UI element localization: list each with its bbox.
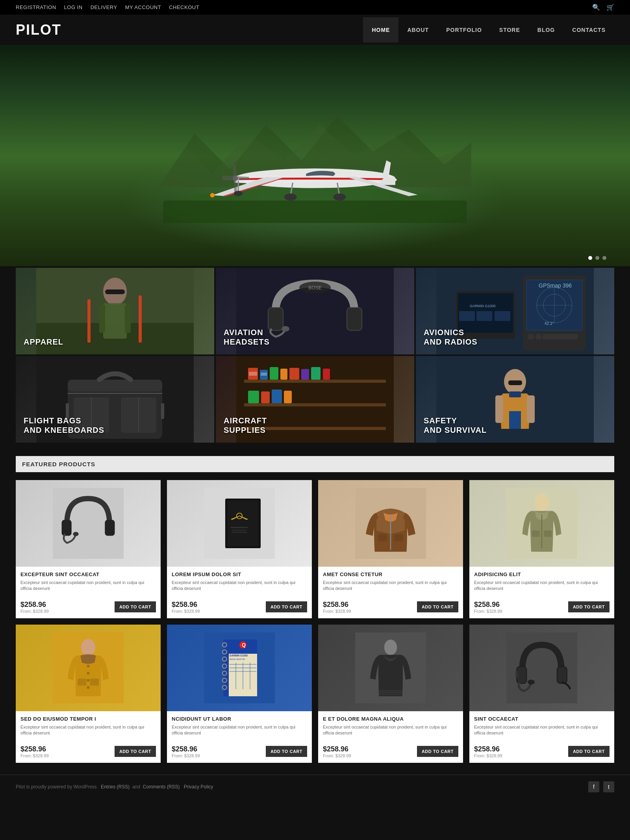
category-safety[interactable]: SAFETYAND SURVIVAL bbox=[416, 356, 614, 443]
hero-dot-1[interactable] bbox=[588, 256, 592, 260]
product-info-8: SINT OCCAECAT Excepteur sint occaecat cu… bbox=[469, 711, 614, 745]
topbar-login[interactable]: LOG IN bbox=[64, 4, 83, 10]
product-price-from-7: From: $328.99 bbox=[323, 753, 351, 758]
nav-store[interactable]: STORE bbox=[491, 17, 529, 43]
svg-rect-87 bbox=[62, 520, 72, 536]
svg-rect-52 bbox=[68, 380, 162, 391]
topbar-myaccount[interactable]: MY ACCOUNT bbox=[125, 4, 161, 10]
svg-rect-96 bbox=[232, 532, 247, 533]
svg-point-109 bbox=[87, 672, 89, 675]
category-aircraft[interactable]: AIRCRAFTSUPPLIES bbox=[216, 356, 414, 443]
svg-text:GARMIN G1000: GARMIN G1000 bbox=[470, 304, 496, 308]
topbar-delivery[interactable]: DELIVERY bbox=[91, 4, 117, 10]
add-to-cart-7[interactable]: ADD TO CART bbox=[417, 746, 458, 757]
svg-point-8 bbox=[284, 193, 297, 200]
footer-comments-rss[interactable]: Comments (RSS) bbox=[143, 784, 180, 790]
svg-rect-104 bbox=[532, 530, 540, 537]
product-image-1 bbox=[16, 480, 161, 567]
product-card-6: Q GARMIN G1000 WAAS INOP AFI NCIDIDUNT U… bbox=[167, 625, 312, 763]
svg-point-136 bbox=[384, 640, 397, 655]
svg-rect-74 bbox=[272, 389, 282, 403]
product-price-7: $258.96 From: $328.99 bbox=[323, 745, 351, 758]
svg-rect-69 bbox=[301, 369, 309, 380]
hero-dot-2[interactable] bbox=[595, 256, 599, 260]
hero-banner bbox=[0, 46, 630, 266]
category-apparel[interactable]: APPAREL bbox=[16, 268, 214, 354]
add-to-cart-5[interactable]: ADD TO CART bbox=[115, 746, 156, 757]
svg-rect-144 bbox=[558, 667, 567, 683]
svg-text:WAAS INOP AFI: WAAS INOP AFI bbox=[230, 658, 245, 660]
svg-rect-71 bbox=[323, 369, 330, 380]
product-image-7 bbox=[318, 625, 463, 711]
add-to-cart-3[interactable]: ADD TO CART bbox=[417, 601, 458, 612]
product-card-1: EXCEPTEUR SINT OCCAECAT Excepteur sint o… bbox=[16, 480, 161, 618]
products-grid: EXCEPTEUR SINT OCCAECAT Excepteur sint o… bbox=[16, 480, 614, 763]
category-headsets[interactable]: BOSE AVIATIONHEADSETS bbox=[216, 268, 414, 354]
chart-img: Q GARMIN G1000 WAAS INOP AFI bbox=[204, 632, 275, 703]
svg-rect-20 bbox=[125, 305, 131, 333]
svg-point-28 bbox=[282, 326, 289, 332]
product-desc-4: Excepteur sint occaecat cupidatat non pr… bbox=[474, 580, 610, 592]
top-bar: REGISTRATION LOG IN DELIVERY MY ACCOUNT … bbox=[0, 0, 630, 15]
featured-title: FEATURED PRODUCTS bbox=[22, 461, 608, 467]
svg-rect-75 bbox=[284, 391, 292, 403]
svg-point-13 bbox=[210, 193, 215, 197]
svg-text:GARMIN G1000: GARMIN G1000 bbox=[230, 654, 248, 657]
product-image-6: Q GARMIN G1000 WAAS INOP AFI bbox=[167, 625, 312, 711]
nav-contacts[interactable]: CONTACTS bbox=[563, 17, 614, 43]
product-title-1: EXCEPTEUR SINT OCCAECAT bbox=[20, 571, 156, 577]
cart-icon[interactable] bbox=[606, 3, 614, 11]
category-flightbags[interactable]: FLIGHT BAGSAND KNEEBOARDS bbox=[16, 356, 214, 443]
jacket-yellow-img bbox=[53, 632, 124, 703]
category-aircraft-label: AIRCRAFTSUPPLIES bbox=[224, 416, 267, 435]
product-title-3: AMET CONSE CTETUR bbox=[323, 571, 458, 577]
product-card-5: SED DO EIUSMOD TEMPOR I Excepteur sint o… bbox=[16, 625, 161, 763]
svg-text:GPSmap 396: GPSmap 396 bbox=[539, 282, 572, 289]
svg-rect-59 bbox=[161, 403, 164, 419]
product-desc-8: Excepteur sint occaecat cupidatat non pr… bbox=[474, 724, 610, 736]
footer-privacy[interactable]: Privacy Policy bbox=[184, 784, 213, 790]
svg-rect-61 bbox=[244, 380, 386, 383]
footer-entries-rss[interactable]: Entries (RSS) bbox=[101, 784, 130, 790]
product-price-from-3: From: $328.99 bbox=[323, 609, 351, 614]
svg-text:Q: Q bbox=[242, 642, 246, 648]
search-icon[interactable] bbox=[592, 3, 600, 11]
category-avionics[interactable]: GPSmap 396 42.1° GARMIN G1000 AVIONICSAN… bbox=[416, 268, 614, 354]
top-bar-links: REGISTRATION LOG IN DELIVERY MY ACCOUNT … bbox=[16, 4, 199, 10]
main-nav: PILOT HOME ABOUT PORTFOLIO STORE BLOG CO… bbox=[0, 15, 630, 46]
svg-rect-100 bbox=[394, 534, 403, 541]
product-title-7: E ET DOLORE MAGNA ALIQUA bbox=[323, 716, 458, 722]
add-to-cart-8[interactable]: ADD TO CART bbox=[568, 746, 610, 757]
product-desc-1: Excepteur sint occaecat cupidatat non pr… bbox=[20, 580, 156, 592]
site-logo[interactable]: PILOT bbox=[16, 15, 61, 45]
add-to-cart-6[interactable]: ADD TO CART bbox=[266, 746, 307, 757]
product-price-main-2: $258.96 bbox=[172, 601, 200, 609]
svg-rect-66 bbox=[270, 367, 278, 380]
product-price-3: $258.96 From: $328.99 bbox=[323, 601, 351, 614]
topbar-checkout[interactable]: CHECKOUT bbox=[169, 4, 199, 10]
nav-about[interactable]: ABOUT bbox=[398, 17, 437, 43]
svg-rect-47 bbox=[459, 311, 475, 321]
add-to-cart-2[interactable]: ADD TO CART bbox=[266, 601, 307, 612]
svg-rect-72 bbox=[248, 391, 259, 403]
product-footer-8: $258.96 From: $328.99 ADD TO CART bbox=[469, 745, 614, 763]
product-image-8 bbox=[469, 625, 614, 711]
plane-svg bbox=[158, 89, 472, 223]
add-to-cart-4[interactable]: ADD TO CART bbox=[568, 601, 610, 612]
product-desc-7: Excepteur sint occaecat cupidatat non pr… bbox=[323, 724, 458, 736]
nav-home[interactable]: HOME bbox=[363, 17, 398, 43]
nav-portfolio[interactable]: PORTFOLIO bbox=[437, 17, 491, 43]
footer-social: f t bbox=[588, 781, 614, 792]
product-title-4: ADIPISICING ELIT bbox=[474, 571, 610, 577]
add-to-cart-1[interactable]: ADD TO CART bbox=[115, 601, 156, 612]
product-footer-6: $258.96 From: $328.99 ADD TO CART bbox=[167, 745, 312, 763]
product-price-main-5: $258.96 bbox=[20, 745, 49, 753]
product-info-3: AMET CONSE CTETUR Excepteur sint occaeca… bbox=[318, 567, 463, 601]
svg-rect-21 bbox=[87, 299, 91, 343]
topbar-registration[interactable]: REGISTRATION bbox=[16, 4, 56, 10]
logbook-img bbox=[204, 488, 275, 559]
nav-blog[interactable]: BLOG bbox=[529, 17, 563, 43]
facebook-icon[interactable]: f bbox=[588, 781, 599, 792]
twitter-icon[interactable]: t bbox=[603, 781, 614, 792]
hero-dot-3[interactable] bbox=[602, 256, 606, 260]
